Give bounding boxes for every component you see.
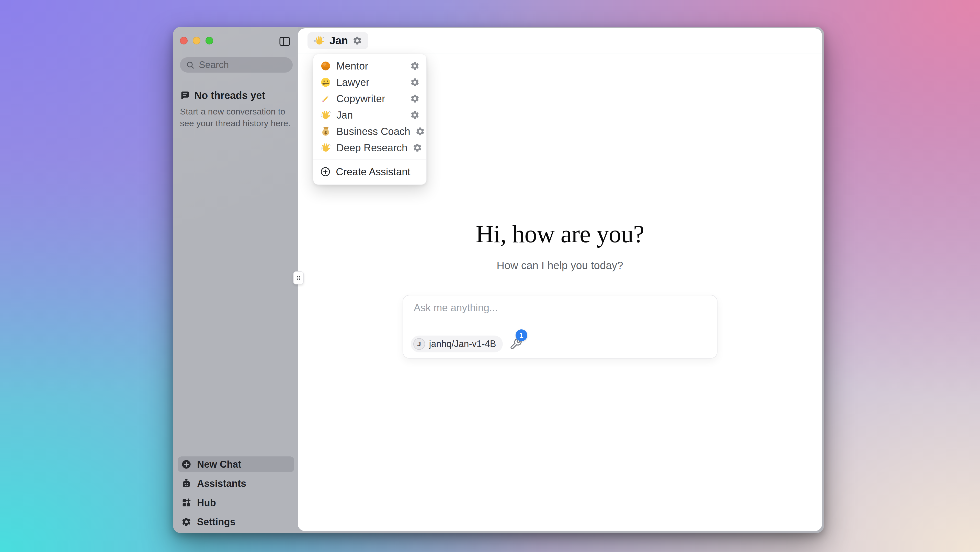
assistant-menu-item-copywriter[interactable]: Copywriter <box>313 91 426 107</box>
circle-plus-icon <box>181 459 191 469</box>
zipper-mouth-face-emoji <box>320 77 331 88</box>
assistant-menu-item-jan[interactable]: Jan <box>313 107 426 123</box>
empty-state: No threads yet Start a new conversation … <box>180 90 291 129</box>
gear-icon[interactable] <box>410 78 420 87</box>
sidebar-item-label: New Chat <box>197 459 241 470</box>
sidebar-toggle-icon[interactable] <box>278 35 291 48</box>
zoom-button[interactable] <box>205 37 213 45</box>
desktop-background: No threads yet Start a new conversation … <box>0 0 980 552</box>
sidebar-item-assistants[interactable]: Assistants <box>178 476 294 492</box>
title-bar: Jan <box>298 29 822 53</box>
waving-hand-emoji <box>320 142 331 153</box>
gear-icon[interactable] <box>410 110 420 120</box>
message-composer: J janhq/Jan-v1-4B 1 <box>402 295 718 358</box>
assistant-name: Business Coach <box>336 126 410 137</box>
assistant-menu-item-deep-research[interactable]: Deep Research <box>313 140 426 156</box>
assistant-name: Mentor <box>336 60 368 72</box>
bot-icon <box>181 479 191 488</box>
empty-state-title: No threads yet <box>194 90 265 101</box>
svg-text:$: $ <box>324 130 327 135</box>
assistant-menu-item-business-coach[interactable]: $Business Coach <box>313 123 426 140</box>
search-icon <box>186 60 195 70</box>
gear-filled-icon <box>181 517 191 527</box>
assistant-menu-item-lawyer[interactable]: Lawyer <box>313 74 426 91</box>
assistant-name: Deep Research <box>336 142 407 154</box>
money-bag-emoji: $ <box>320 126 331 137</box>
menu-separator <box>313 159 426 159</box>
sidebar-item-label: Assistants <box>197 478 246 489</box>
app-window: No threads yet Start a new conversation … <box>173 27 824 533</box>
assistant-selector-pill[interactable]: Jan <box>307 32 368 49</box>
welcome-section: Hi, how are you? How can I help you toda… <box>298 220 822 272</box>
empty-state-description: Start a new conversation to see your thr… <box>180 106 291 129</box>
window-controls <box>180 37 213 45</box>
waving-hand-emoji <box>320 110 331 121</box>
sidebar-item-settings[interactable]: Settings <box>178 514 294 530</box>
create-assistant-button[interactable]: Create Assistant <box>313 162 426 181</box>
main-panel: Jan MentorLawyerCopywriterJan$Business C… <box>298 29 822 531</box>
gear-icon[interactable] <box>353 36 362 46</box>
grip-dots-icon <box>295 274 302 282</box>
tools-count-badge: 1 <box>515 329 527 341</box>
circle-plus-icon <box>320 166 331 177</box>
minimize-button[interactable] <box>193 37 200 45</box>
sidebar-item-new-chat[interactable]: New Chat <box>178 457 294 472</box>
model-name: janhq/Jan-v1-4B <box>429 339 496 349</box>
tools-button[interactable]: 1 <box>509 337 523 351</box>
assistant-name: Lawyer <box>336 77 369 88</box>
assistant-menu: MentorLawyerCopywriterJan$Business Coach… <box>313 54 426 185</box>
blocks-icon <box>181 498 191 508</box>
pencil-emoji <box>320 93 331 104</box>
greeting-heading: Hi, how are you? <box>298 220 822 248</box>
assistant-pill-label: Jan <box>329 35 348 47</box>
assistant-menu-item-mentor[interactable]: Mentor <box>313 58 426 74</box>
orange-circle-emoji <box>320 60 331 72</box>
waving-hand-emoji <box>313 35 325 46</box>
sidebar-resize-handle[interactable] <box>293 271 304 285</box>
sidebar-nav: New ChatAssistantsHubSettings <box>178 457 294 530</box>
gear-icon[interactable] <box>410 61 420 71</box>
greeting-subtitle: How can I help you today? <box>298 259 822 272</box>
create-assistant-label: Create Assistant <box>336 166 410 178</box>
message-square-icon <box>180 91 190 101</box>
model-selector-chip[interactable]: J janhq/Jan-v1-4B <box>411 336 503 352</box>
search-box[interactable] <box>180 57 293 73</box>
sidebar-item-label: Hub <box>197 497 216 508</box>
sidebar-item-hub[interactable]: Hub <box>178 495 294 511</box>
assistant-name: Copywriter <box>336 93 385 105</box>
model-avatar: J <box>413 338 425 350</box>
gear-icon[interactable] <box>410 94 420 103</box>
assistant-name: Jan <box>336 110 353 121</box>
sidebar-item-label: Settings <box>197 517 235 528</box>
gear-icon[interactable] <box>415 127 425 136</box>
composer-toolbar: J janhq/Jan-v1-4B 1 <box>411 336 523 352</box>
close-button[interactable] <box>180 37 188 45</box>
message-input[interactable] <box>413 302 707 323</box>
gear-icon[interactable] <box>412 143 422 153</box>
sidebar: No threads yet Start a new conversation … <box>173 27 298 533</box>
